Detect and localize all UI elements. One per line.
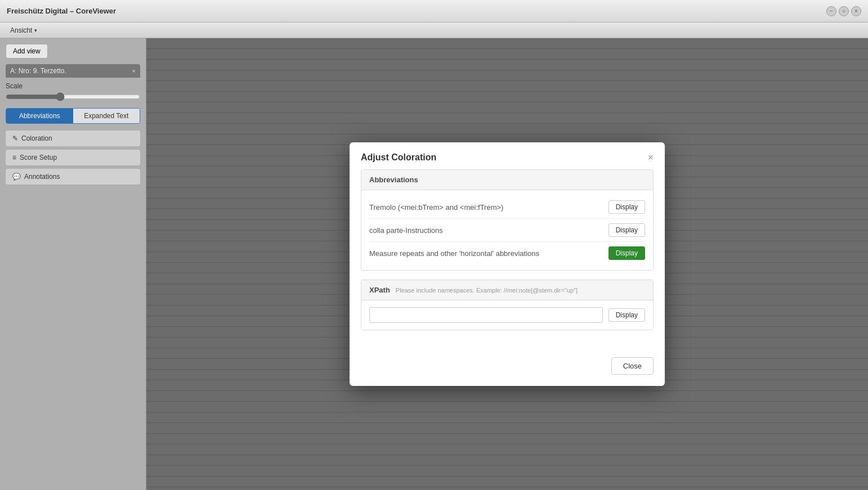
score-setup-icon: ≡ <box>12 154 16 161</box>
tab-expanded-text[interactable]: Expanded Text <box>73 109 140 123</box>
title-bar: Freischütz Digital – CoreViewer − ○ × <box>0 0 868 23</box>
scale-label: Scale <box>6 82 140 90</box>
score-area: Adjust Coloration × Abbreviations Tremol… <box>146 38 868 490</box>
xpath-section: XPath Please include namespaces. Example… <box>361 280 654 330</box>
menu-bar: Ansicht <box>0 23 868 38</box>
abbreviation-row-1: Tremolo (<mei:bTrem> and <mei:fTrem>) Di… <box>369 196 645 219</box>
tab-group: Abbreviations Expanded Text <box>6 108 140 124</box>
abbreviations-section: Abbreviations Tremolo (<mei:bTrem> and <… <box>361 169 654 271</box>
abbreviation-text-1: Tremolo (<mei:bTrem> and <mei:fTrem>) <box>369 203 609 212</box>
app-title: Freischütz Digital – CoreViewer <box>7 7 116 15</box>
modal-footer: Close <box>350 350 665 386</box>
scale-slider[interactable] <box>6 92 140 101</box>
display-button-3[interactable]: Display <box>609 246 645 260</box>
window-controls: − ○ × <box>826 6 861 16</box>
xpath-header: XPath Please include namespaces. Example… <box>361 280 653 300</box>
tab-abbreviations[interactable]: Abbreviations <box>6 109 73 123</box>
modal-body: Abbreviations Tremolo (<mei:bTrem> and <… <box>350 169 665 350</box>
minimize-button[interactable]: − <box>826 6 836 16</box>
xpath-input[interactable] <box>369 307 603 323</box>
sidebar-item-coloration[interactable]: ✎ Coloration <box>6 131 140 146</box>
sidebar: Add view A: Nro: 9. Terzetto. × Scale Ab… <box>0 38 146 490</box>
modal-backdrop: Adjust Coloration × Abbreviations Tremol… <box>146 38 868 490</box>
panel-title: A: Nro: 9. Terzetto. <box>10 67 66 75</box>
abbreviations-section-body: Tremolo (<mei:bTrem> and <mei:fTrem>) Di… <box>361 190 653 270</box>
close-button[interactable]: Close <box>611 357 654 375</box>
annotations-icon: 💬 <box>12 173 21 181</box>
close-button[interactable]: × <box>851 6 861 16</box>
maximize-button[interactable]: ○ <box>839 6 849 16</box>
xpath-display-button[interactable]: Display <box>609 308 645 322</box>
panel-close-button[interactable]: × <box>132 68 136 74</box>
adjust-coloration-dialog: Adjust Coloration × Abbreviations Tremol… <box>350 142 665 386</box>
coloration-icon: ✎ <box>12 134 18 142</box>
panel-header: A: Nro: 9. Terzetto. × <box>6 64 140 78</box>
modal-title: Adjust Coloration <box>361 152 436 163</box>
sidebar-item-score-setup[interactable]: ≡ Score Setup <box>6 150 140 165</box>
abbreviation-text-2: colla parte-Instructions <box>369 226 609 235</box>
abbreviation-row-3: Measure repeats and other 'horizontal' a… <box>369 242 645 264</box>
xpath-hint: Please include namespaces. Example: //me… <box>396 287 578 294</box>
abbreviation-row-2: colla parte-Instructions Display <box>369 219 645 242</box>
modal-header: Adjust Coloration × <box>350 142 665 169</box>
display-button-2[interactable]: Display <box>609 223 645 237</box>
xpath-body: Display <box>361 300 653 330</box>
add-view-button[interactable]: Add view <box>6 44 48 59</box>
xpath-label: XPath <box>369 286 390 294</box>
main-area: Add view A: Nro: 9. Terzetto. × Scale Ab… <box>0 38 868 490</box>
ansicht-menu[interactable]: Ansicht <box>6 25 42 35</box>
sidebar-item-annotations[interactable]: 💬 Annotations <box>6 169 140 185</box>
abbreviations-section-header: Abbreviations <box>361 170 653 190</box>
modal-close-button[interactable]: × <box>647 152 654 163</box>
display-button-1[interactable]: Display <box>609 200 645 214</box>
abbreviation-text-3: Measure repeats and other 'horizontal' a… <box>369 249 609 258</box>
